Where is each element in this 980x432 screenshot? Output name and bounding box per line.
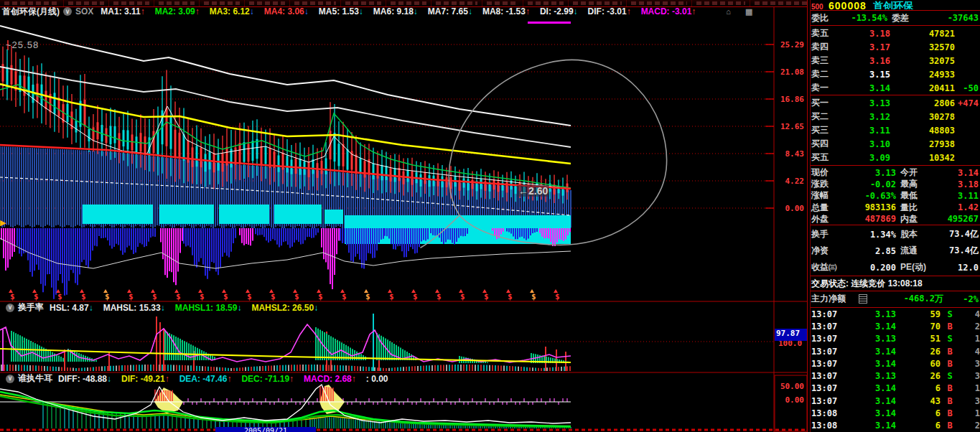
cyan-zone: [159, 205, 214, 224]
trade-row: 13:073.146B1: [811, 382, 980, 395]
info-label: 现价: [811, 166, 847, 179]
level-price: 3.15: [840, 70, 890, 80]
info-value: 3.18: [935, 179, 979, 189]
ask-row[interactable]: 卖一3.1420411-50: [811, 81, 979, 95]
indicator-value: MACD: 2.68↑: [304, 374, 356, 384]
info-label: 总量: [811, 202, 847, 214]
weibi-value: -13.54%: [836, 13, 887, 23]
svg-text:$: $: [365, 292, 370, 301]
status-label: 交易状态:: [811, 278, 849, 288]
ask-queue: 卖五3.1847821卖四3.1732570卖三3.1632075卖二3.152…: [811, 27, 979, 95]
sub1-ma-wedge: [316, 327, 365, 360]
trade-row: 13:073.1460B3: [811, 357, 980, 370]
info-label: 流通: [896, 245, 935, 257]
indicator-value: DIF: -49.21↑: [121, 374, 169, 384]
svg-text:$: $: [294, 292, 299, 301]
chevron-down-icon[interactable]: ∨: [6, 375, 14, 383]
info-value: 73.4亿: [935, 228, 979, 240]
band-level-annotation: ←2.60: [517, 185, 549, 197]
info-row: 净资2.85流通73.4亿: [811, 243, 979, 259]
indicator-value: DIF: -3.01↑: [588, 6, 631, 17]
stock-code: 600008: [829, 0, 867, 9]
panel-grid-icon[interactable]: ▦: [745, 7, 752, 17]
info-value: 12.0: [935, 263, 979, 273]
level-volume: 24933: [890, 70, 955, 80]
info-label: 涨幅: [811, 189, 847, 202]
chevron-down-icon[interactable]: ∨: [6, 304, 14, 312]
level-volume: 20411: [890, 83, 955, 93]
stock-header[interactable]: 500 600008 首创环保: [811, 0, 980, 9]
level-change: -50: [955, 83, 979, 93]
weicha-value: -37643: [916, 13, 979, 23]
bid-row[interactable]: 买三3.1148803: [811, 123, 979, 137]
info-label: 外盘: [811, 213, 847, 225]
trade-row: 13:083.146B1: [811, 407, 980, 419]
level-price: 3.10: [840, 139, 890, 149]
level-volume: 30278: [890, 112, 955, 122]
info-label: 内盘: [896, 213, 935, 225]
indicator-name[interactable]: SOX: [75, 6, 93, 17]
bid-row[interactable]: 买四3.1027938: [811, 137, 979, 151]
level-volume: 48803: [890, 126, 955, 136]
detail-list-icon[interactable]: [859, 294, 867, 304]
ask-row[interactable]: 卖三3.1632075: [811, 54, 979, 67]
weicha-label: 委差: [887, 12, 916, 24]
indicator-value: MA4: 3.06↓: [264, 6, 309, 17]
level-label: 卖二: [811, 68, 840, 80]
chevron-down-icon[interactable]: ∨: [63, 7, 72, 16]
sub2-title[interactable]: 谁执牛耳: [18, 372, 52, 385]
ma-values: MA1: 3.11↑MA2: 3.09↑MA3: 6.12↓MA4: 3.06↓…: [101, 6, 706, 17]
ask-row[interactable]: 卖五3.1847821: [811, 27, 979, 40]
sub2-header: ∨ 谁执牛耳 DIFF: -48.88↓DIF: -49.21↑DEA: -47…: [2, 374, 398, 383]
sub1-current-value: 97.87: [775, 329, 808, 341]
svg-text:$: $: [271, 292, 276, 301]
ask-row[interactable]: 卖四3.1732570: [811, 40, 979, 54]
histogram-spikes: [240, 228, 253, 245]
board-label: 500: [811, 3, 823, 9]
indicator-value: MAHSL: 15.33↓: [103, 303, 165, 313]
svg-text:$: $: [413, 292, 418, 301]
dividend-markers: $$$$$$$$$$$$$$$$$$$$$$$$: [9, 289, 560, 301]
level-price: 3.16: [840, 56, 890, 66]
indicator-value: HSL: 4.87↓: [50, 303, 93, 313]
bid-row[interactable]: 买五3.0910342: [811, 151, 979, 164]
info-value: 0.200: [847, 263, 896, 273]
bid-row[interactable]: 买二3.1230278: [811, 110, 979, 123]
info-value: -0.02: [847, 179, 896, 189]
weibi-row: 委比 -13.54% 委差 -37643: [811, 11, 979, 24]
scroll-left-marker[interactable]: ▶: [0, 218, 6, 227]
panel-divider: [807, 0, 808, 432]
sub1-title[interactable]: 换手率: [18, 301, 44, 314]
ask-row[interactable]: 卖二3.1524933: [811, 67, 979, 81]
level-volume: 2806: [890, 98, 955, 108]
main-chart-header: 首创环保(月线) ∨ SOX MA1: 3.11↑MA2: 3.09↑MA3: …: [2, 6, 752, 17]
info-row: 涨幅-0.63%最低3.11: [811, 189, 979, 201]
level-label: 买一: [811, 97, 840, 109]
status-value: 连续竞价 13:08:18: [851, 278, 922, 288]
info-label: 股本: [896, 228, 935, 240]
svg-text:$: $: [105, 292, 110, 301]
svg-text:$: $: [555, 292, 560, 301]
svg-text:$: $: [531, 292, 536, 301]
level-label: 卖四: [811, 41, 840, 53]
tick-trade-list[interactable]: 13:073.1359S413:073.1470B213:073.1351S11…: [811, 308, 980, 432]
info-label: 换手: [811, 228, 847, 240]
alarm-icon[interactable]: ⌂: [726, 7, 731, 16]
info-row: 现价3.13今开3.14: [811, 166, 979, 178]
sub1-ma-wedge: [11, 331, 63, 362]
macd-highlight-bar: [528, 22, 571, 24]
info-value: -0.63%: [847, 191, 896, 201]
bid-row[interactable]: 买一3.132806+474: [811, 96, 979, 110]
level-price: 3.11: [840, 126, 890, 136]
info-label: 净资: [811, 245, 847, 257]
sub2-red-bars: [320, 385, 333, 401]
level-price: 3.17: [840, 42, 890, 52]
level-price: 3.13: [840, 98, 890, 108]
cyan-zone: [219, 205, 269, 224]
level-volume: 32570: [890, 42, 955, 52]
sub1-ma-wedge: [165, 331, 215, 360]
trade-row: 13:073.1351S1: [811, 333, 980, 345]
sub2-values: DIFF: -48.88↓DIF: -49.21↑DEA: -47.46↑DEC…: [58, 374, 398, 384]
level-change: +474: [955, 98, 979, 108]
level-label: 买二: [811, 111, 840, 123]
